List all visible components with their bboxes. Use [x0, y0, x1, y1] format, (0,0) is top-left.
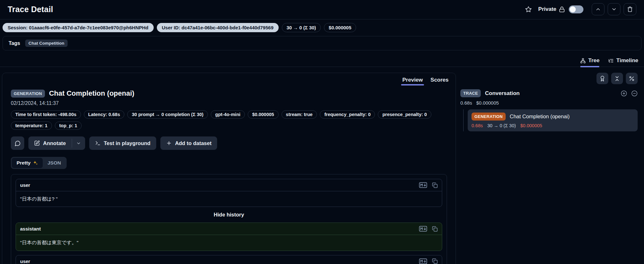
session-badge[interactable]: Session: 01aaacf6-e0fe-457d-a7de-7c1ee08… — [3, 23, 154, 32]
copy-button[interactable] — [432, 226, 438, 232]
add-to-dataset-button[interactable]: Add to dataset — [160, 136, 217, 150]
trash-icon — [627, 6, 633, 12]
award-icon — [599, 76, 605, 82]
next-trace-button[interactable] — [608, 3, 620, 15]
annotate-button[interactable]: Annotate — [28, 136, 72, 150]
observation-timestamp: 02/12/2024, 14:11:37 — [11, 100, 447, 106]
message-card-user-1: user "日本の首都は? " — [16, 179, 442, 207]
format-json-tab[interactable]: JSON — [43, 158, 66, 168]
comment-icon — [15, 140, 21, 146]
prev-trace-button[interactable] — [592, 3, 604, 15]
message-content: "日本の首都は? " — [16, 191, 442, 207]
user-id-badge[interactable]: User ID: dc47a41e-06bc-400d-bde1-f0e440d… — [157, 23, 279, 32]
observation-panel: Preview Scores GENERATION Chat Completio… — [2, 73, 456, 264]
trace-type-badge: TRACE — [460, 89, 481, 97]
generation-type-badge: GENERATION — [472, 113, 506, 121]
tab-preview[interactable]: Preview — [402, 77, 423, 85]
tree-toolbar — [460, 73, 638, 84]
tab-timeline-label: Timeline — [616, 57, 638, 64]
node-token-usage: 30 → 0 (Σ 30) — [487, 123, 516, 128]
chevron-down-icon — [76, 141, 81, 146]
metric-temperature: temperature: 1 — [11, 121, 52, 130]
message-card-user-2: user "ありがとう" — [16, 255, 442, 264]
bookmark-star-button[interactable] — [525, 6, 532, 13]
view-tabs: Tree Timeline — [0, 53, 644, 67]
copy-button[interactable] — [432, 182, 438, 188]
tree-children: GENERATION Chat Completion (openai) 0.68… — [463, 109, 638, 131]
generation-node[interactable]: GENERATION Chat Completion (openai) 0.68… — [468, 109, 638, 131]
trace-latency: 0.68s — [460, 100, 472, 106]
playground-button[interactable]: Test in playground — [89, 136, 156, 150]
annotate-label: Annotate — [43, 140, 66, 146]
hide-history-button[interactable]: Hide history — [16, 212, 442, 218]
metric-top-p: top_p: 1 — [55, 121, 82, 130]
metric-stream: stream: true — [282, 110, 317, 119]
fold-vertical-icon — [614, 76, 620, 82]
trace-title[interactable]: Conversation — [485, 90, 520, 97]
metric-latency: Latency: 0.68s — [84, 110, 125, 119]
privacy-label: Private — [538, 6, 556, 12]
panel-tabs: Preview Scores — [2, 73, 456, 85]
message-card-assistant: assistant "日本の首都は東京です。" — [16, 223, 442, 251]
copy-icon — [432, 258, 438, 264]
scores-toggle-button[interactable] — [596, 73, 608, 84]
format-pretty-tab[interactable]: Pretty — [12, 158, 43, 168]
square-pen-icon — [34, 140, 40, 146]
tab-scores[interactable]: Scores — [430, 77, 449, 85]
format-pretty-label: Pretty — [17, 160, 31, 166]
trace-meta-row: Session: 01aaacf6-e0fe-457d-a7de-7c1ee08… — [0, 19, 644, 34]
metric-model: gpt-4o-mini — [211, 110, 245, 119]
tags-label: Tags — [9, 40, 20, 46]
trace-node[interactable]: TRACE Conversation — [460, 89, 638, 97]
markdown-icon — [419, 258, 427, 264]
metric-cost: $0.000005 — [248, 110, 279, 119]
tab-timeline[interactable]: Timeline — [608, 57, 638, 67]
message-content: "日本の首都は東京です。" — [16, 235, 442, 250]
circle-minus-icon — [631, 90, 638, 97]
comment-button[interactable] — [11, 136, 24, 150]
markdown-toggle-button[interactable] — [419, 182, 427, 188]
circle-plus-icon — [621, 90, 627, 97]
message-role: user — [20, 182, 30, 188]
sparkles-icon — [33, 160, 38, 165]
tags-section: Tags Chat Competition — [3, 36, 641, 50]
tab-tree[interactable]: Tree — [580, 57, 599, 67]
percent-icon — [629, 76, 635, 82]
copy-button[interactable] — [432, 258, 438, 264]
annotate-split-button: Annotate — [28, 136, 85, 150]
content-area: Preview Scores GENERATION Chat Completio… — [0, 67, 644, 264]
plus-icon — [166, 140, 172, 146]
metric-frequency-penalty: frequency_penalty: 0 — [320, 110, 375, 119]
observation-actions: Annotate Test in playground Add to datas… — [11, 136, 447, 150]
observation-header: GENERATION Chat Completion (openai) 02/1… — [2, 85, 456, 150]
expand-all-button[interactable] — [621, 90, 627, 97]
terminal-icon — [95, 140, 101, 146]
node-latency: 0.68s — [472, 123, 483, 128]
trace-metrics: 0.68s $0.000005 — [460, 100, 638, 106]
markdown-icon — [419, 226, 427, 232]
trace-cost: $0.000005 — [476, 100, 499, 106]
copy-icon — [432, 226, 438, 232]
tag-chat-competition[interactable]: Chat Competition — [25, 40, 68, 47]
node-cost: $0.000005 — [520, 123, 542, 128]
metrics-toggle-button[interactable] — [626, 73, 638, 84]
annotate-dropdown-button[interactable] — [72, 136, 85, 150]
toggle-knob — [570, 6, 576, 12]
markdown-toggle-button[interactable] — [419, 226, 427, 232]
playground-label: Test in playground — [104, 140, 150, 146]
io-preview: user "日本の首都は? " Hide history assistant — [11, 174, 447, 264]
collapse-all-button[interactable] — [611, 73, 623, 84]
metric-token-breakdown: 30 prompt → 0 completion (Σ 30) — [127, 110, 208, 119]
tree-icon — [580, 58, 586, 63]
privacy-toggle[interactable] — [569, 5, 583, 13]
markdown-toggle-button[interactable] — [419, 258, 427, 264]
copy-icon — [432, 182, 438, 188]
trace-tree-sidebar: TRACE Conversation 0.68s $0.000005 GENER… — [460, 73, 641, 131]
delete-trace-button[interactable] — [624, 3, 636, 15]
token-usage-badge: 30 → 0 (Σ 30) — [282, 23, 321, 32]
generation-node-title: Chat Completion (openai) — [510, 114, 570, 120]
chevron-down-icon — [611, 6, 617, 12]
collapse-node-button[interactable] — [631, 90, 638, 97]
tab-tree-label: Tree — [588, 57, 599, 64]
metric-time-to-first-token: Time to first token: -498.00s — [11, 110, 81, 119]
